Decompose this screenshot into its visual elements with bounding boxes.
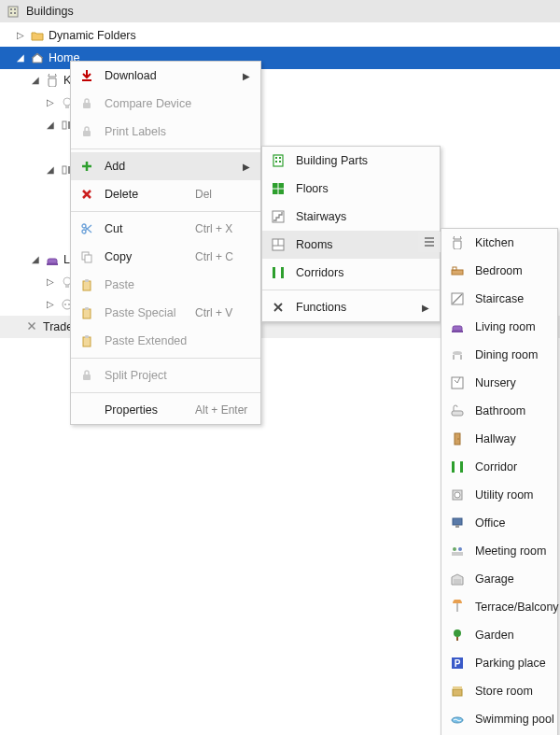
- menu-item[interactable]: DeleteDel: [71, 180, 260, 208]
- svg-point-77: [453, 547, 456, 551]
- svg-rect-69: [455, 433, 460, 445]
- menu-item-label: Staircase: [475, 292, 548, 305]
- context-menu-add: Building PartsFloorsStairwaysRoomsCorrid…: [261, 146, 441, 322]
- folder-icon: [30, 28, 45, 43]
- hallway-icon: [449, 431, 466, 447]
- collapse-icon[interactable]: ◢: [45, 120, 56, 131]
- menu-item[interactable]: CutCtrl + X: [71, 215, 260, 243]
- menu-item[interactable]: Building Parts: [262, 147, 440, 175]
- scissors-icon: [78, 220, 95, 237]
- svg-rect-46: [275, 161, 277, 163]
- menu-item[interactable]: Hallway: [441, 425, 557, 453]
- header-bar: Buildings: [0, 0, 560, 22]
- corridor-icon: [449, 459, 466, 475]
- menu-item[interactable]: Download▶: [71, 62, 260, 90]
- menu-item[interactable]: Bathroom: [441, 397, 557, 425]
- menu-item[interactable]: Garden: [441, 621, 557, 649]
- collapse-icon[interactable]: ◢: [30, 75, 41, 86]
- menu-item-label: Corridors: [296, 266, 430, 279]
- svg-rect-42: [83, 375, 91, 380]
- expand-icon[interactable]: ▷: [45, 276, 56, 288]
- menu-shortcut: Del: [195, 188, 251, 201]
- menu-item[interactable]: Living room: [441, 313, 557, 341]
- svg-rect-2: [14, 8, 16, 10]
- menu-item-label: Dining room: [475, 348, 548, 361]
- menu-item-label: Compare Device: [105, 97, 251, 110]
- svg-rect-39: [85, 307, 89, 310]
- menu-item[interactable]: Bedroom: [441, 257, 557, 285]
- pool-icon: [449, 711, 466, 728]
- clipboard-icon: [78, 332, 95, 349]
- menu-shortcut: Ctrl + C: [195, 250, 251, 263]
- living-icon: [449, 318, 466, 335]
- menu-item[interactable]: PropertiesAlt + Enter: [71, 396, 260, 424]
- svg-rect-47: [279, 161, 281, 163]
- lock-icon: [78, 123, 95, 140]
- collapse-icon[interactable]: ◢: [45, 164, 56, 176]
- submenu-arrow-icon: ▶: [242, 71, 251, 81]
- svg-rect-25: [65, 285, 69, 288]
- tree-spacer: [9, 321, 21, 332]
- svg-rect-40: [83, 337, 91, 346]
- menu-item-label: Corridor: [475, 460, 548, 474]
- submenu-arrow-icon: ▶: [242, 162, 251, 172]
- collapse-icon[interactable]: ◢: [15, 52, 26, 64]
- svg-rect-41: [85, 335, 89, 338]
- menu-item[interactable]: Meeting room: [441, 537, 557, 565]
- lock-icon: [78, 367, 95, 384]
- garden-icon: [449, 627, 466, 643]
- terrace-icon: [449, 599, 466, 615]
- menu-item-label: Copy: [105, 250, 186, 263]
- menu-item[interactable]: PParking place: [441, 649, 557, 677]
- menu-item[interactable]: CopyCtrl + C: [71, 243, 260, 271]
- menu-item[interactable]: Office: [441, 509, 557, 537]
- menu-item[interactable]: Floors: [262, 175, 440, 203]
- menu-item[interactable]: Functions▶: [262, 293, 440, 321]
- tree-item[interactable]: ▷Dynamic Folders: [0, 24, 560, 47]
- menu-item-label: Meeting room: [475, 544, 548, 558]
- svg-rect-72: [455, 461, 460, 473]
- dining-icon: [449, 346, 466, 363]
- menu-item[interactable]: Dining room: [441, 341, 557, 369]
- svg-rect-86: [453, 689, 462, 696]
- menu-shortcut: Alt + Enter: [195, 403, 251, 417]
- menu-item[interactable]: Garage: [441, 565, 557, 593]
- menu-item-label: Bathroom: [475, 404, 548, 417]
- building-icon: [6, 4, 21, 19]
- menu-item[interactable]: Add▶: [71, 152, 260, 180]
- plus-icon: [78, 158, 95, 175]
- expand-icon[interactable]: ▷: [45, 97, 56, 108]
- svg-rect-35: [85, 255, 91, 262]
- menu-item[interactable]: Nursery: [441, 369, 557, 397]
- room-icon: [270, 236, 287, 253]
- menu-item: Paste SpecialCtrl + V: [71, 299, 260, 327]
- clipboard-icon: [78, 304, 95, 321]
- menu-separator: [71, 148, 260, 149]
- menu-item-label: Swimming pool: [475, 713, 554, 726]
- menu-item-label: Cut: [105, 222, 186, 235]
- svg-rect-36: [83, 281, 91, 290]
- menu-item[interactable]: Swimming pool: [441, 705, 557, 733]
- menu-item[interactable]: Staircase: [441, 285, 557, 313]
- menu-item[interactable]: Corridor: [441, 453, 557, 481]
- nursery-icon: [449, 375, 466, 391]
- menu-item[interactable]: Rooms: [262, 231, 440, 259]
- menu-item[interactable]: Terrace/Balcony: [441, 593, 557, 621]
- menu-item[interactable]: Kitchen: [441, 229, 557, 257]
- menu-item-label: Functions: [296, 301, 412, 314]
- menu-item[interactable]: Store room: [441, 677, 557, 705]
- expand-icon[interactable]: ▷: [15, 30, 26, 41]
- svg-rect-87: [453, 686, 462, 689]
- menu-item[interactable]: Utility room: [441, 481, 557, 509]
- svg-rect-63: [452, 331, 463, 332]
- trades-icon: [24, 319, 39, 334]
- expand-icon[interactable]: ▷: [45, 299, 56, 310]
- menu-item-label: Bedroom: [475, 264, 548, 277]
- blank-icon: [78, 402, 95, 418]
- menu-item-label: Hallway: [475, 432, 548, 445]
- menu-item-label: Delete: [105, 188, 186, 201]
- menu-item-label: Terrace/Balcony: [475, 601, 559, 614]
- menu-item[interactable]: Stairways: [262, 203, 440, 231]
- menu-item[interactable]: Corridors: [262, 259, 440, 287]
- collapse-icon[interactable]: ◢: [30, 254, 41, 265]
